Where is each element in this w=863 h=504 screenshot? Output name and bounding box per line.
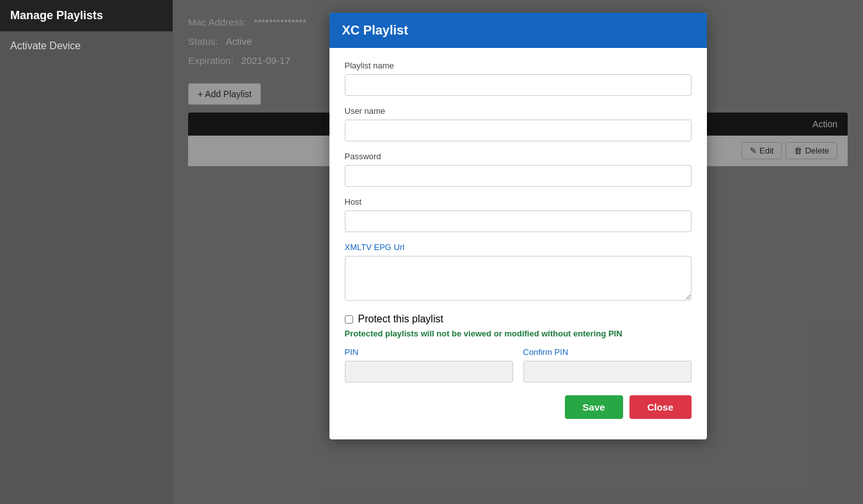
host-input[interactable] xyxy=(345,210,692,232)
modal-overlay: XC Playlist Playlist name User name Pass… xyxy=(173,0,863,504)
modal-body: Playlist name User name Password Host xyxy=(329,48,707,439)
epg-textarea[interactable] xyxy=(345,256,692,301)
playlist-name-label: Playlist name xyxy=(345,61,692,70)
close-button[interactable]: Close xyxy=(629,395,692,419)
username-group: User name xyxy=(345,106,692,141)
confirm-pin-input[interactable] xyxy=(523,361,692,382)
epg-label: XMLTV EPG Url xyxy=(345,242,692,252)
pin-group: PIN xyxy=(345,347,513,382)
xc-playlist-modal: XC Playlist Playlist name User name Pass… xyxy=(329,13,707,439)
host-label: Host xyxy=(345,197,692,207)
main-content: Mac Address: ************** Status: Acti… xyxy=(173,0,863,504)
username-label: User name xyxy=(345,106,692,116)
pin-label: PIN xyxy=(345,347,513,357)
modal-header: XC Playlist xyxy=(329,13,707,48)
playlist-name-input[interactable] xyxy=(345,74,692,96)
username-input[interactable] xyxy=(345,120,692,141)
epg-group: XMLTV EPG Url xyxy=(345,242,692,303)
password-label: Password xyxy=(345,152,692,161)
save-button[interactable]: Save xyxy=(565,395,623,419)
protect-checkbox[interactable] xyxy=(345,315,353,324)
protect-info-text: Protected playlists will not be viewed o… xyxy=(345,329,692,338)
protect-checkbox-label[interactable]: Protect this playlist xyxy=(358,313,443,325)
confirm-pin-label: Confirm PIN xyxy=(523,347,692,357)
sidebar: Manage Playlists Activate Device xyxy=(0,0,173,504)
pin-input[interactable] xyxy=(345,361,513,382)
pin-row: PIN Confirm PIN xyxy=(345,347,692,382)
playlist-name-group: Playlist name xyxy=(345,61,692,96)
sidebar-item-manage-playlists[interactable]: Manage Playlists xyxy=(0,0,173,31)
confirm-pin-group: Confirm PIN xyxy=(523,347,692,382)
password-group: Password xyxy=(345,152,692,187)
modal-footer: Save Close xyxy=(345,395,692,424)
protect-checkbox-row: Protect this playlist xyxy=(345,313,692,325)
modal-title: XC Playlist xyxy=(342,23,408,37)
host-group: Host xyxy=(345,197,692,232)
sidebar-item-activate-device[interactable]: Activate Device xyxy=(0,31,173,61)
password-input[interactable] xyxy=(345,165,692,187)
